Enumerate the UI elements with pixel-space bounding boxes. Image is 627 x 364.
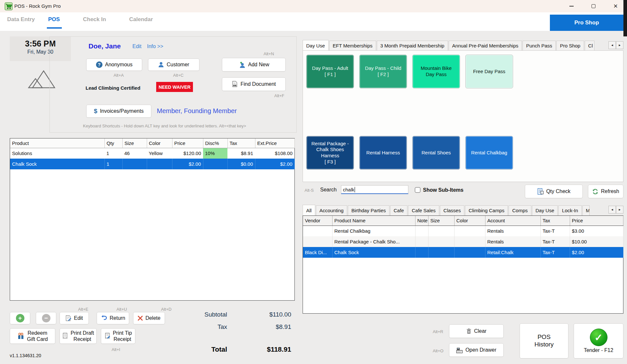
nav-tab-calendar[interactable]: Calendar: [129, 16, 153, 23]
tab-pro-shop[interactable]: Pro Shop: [556, 41, 584, 51]
edit-item-label: Edit: [74, 315, 83, 321]
cart-col-price[interactable]: Price: [172, 138, 203, 148]
category-page-tabs: Day Use EFT Memberships 3 Month Prepaid …: [303, 40, 608, 51]
filter-tab-clipped[interactable]: M: [582, 205, 590, 215]
results-col-size[interactable]: Size: [428, 216, 454, 226]
filter-tab-lock-in[interactable]: Lock-In: [558, 205, 581, 215]
tab-clipped[interactable]: Cl: [585, 41, 594, 51]
filter-tab-day-use[interactable]: Day Use: [532, 205, 558, 215]
quick-button-mountain-bike-day-pass[interactable]: Mountain BikeDay Pass: [412, 55, 460, 88]
edit-item-button[interactable]: Edit: [60, 312, 89, 324]
cart-row-chalk-sock[interactable]: Chalk Sock 1 $2.00 $0.00 $2.00: [10, 159, 294, 169]
subtotal-value: $110.00: [247, 311, 291, 318]
quick-button-day-pass-child[interactable]: Day Pass - Child[ F2 ]: [359, 55, 407, 88]
pos-history-label: POS History: [534, 333, 553, 348]
customer-button[interactable]: Customer: [148, 58, 199, 71]
maximize-button[interactable]: [586, 0, 601, 12]
decrease-qty-button[interactable]: −: [36, 312, 56, 324]
quick-button-rental-package[interactable]: Rental Package -Chalk Shoes Harness[ F3 …: [306, 136, 354, 170]
find-document-button[interactable]: Find Document: [222, 77, 286, 91]
results-col-product-name[interactable]: Product Name: [332, 216, 415, 226]
result-row-rental-package[interactable]: Rental Package - Chalk Sho... Rentals Ta…: [303, 236, 623, 247]
quick-button-free-day-pass[interactable]: Free Day Pass: [465, 55, 513, 88]
filter-tab-climbing-camps[interactable]: Climbing Camps: [465, 205, 508, 215]
tab-annual-prepaid[interactable]: Annual Pre-Paid Memberships: [449, 41, 522, 51]
person-icon: [158, 62, 164, 68]
tender-label: Tender - F12: [584, 347, 613, 353]
customer-info-link[interactable]: Info >>: [147, 44, 163, 49]
result-row-chalk-sock[interactable]: Black Di... Chalk Sock Retail:Chalk Tax-…: [303, 247, 623, 258]
close-button[interactable]: ×: [608, 0, 623, 12]
filter-tab-cafe[interactable]: Cafe: [390, 205, 408, 215]
tender-button[interactable]: ✓ Tender - F12: [574, 323, 623, 358]
results-col-tax[interactable]: Tax: [540, 216, 570, 226]
refresh-button[interactable]: Refresh: [588, 185, 623, 198]
nav-tab-check-in[interactable]: Check In: [83, 16, 106, 23]
redeem-gift-card-button[interactable]: Redeem Gift Card: [10, 328, 55, 344]
cart-col-qty[interactable]: Qty: [104, 138, 122, 148]
cart-col-tax[interactable]: Tax: [227, 138, 255, 148]
print-tip-receipt-button[interactable]: Print Tip Receipt: [101, 328, 135, 344]
cart-col-product[interactable]: Product: [10, 138, 104, 148]
result-row-rental-chalkbag[interactable]: Rental Chalkbag Rentals Tax-T $3.00: [303, 226, 623, 236]
cart-col-extprice[interactable]: Ext.Price: [255, 138, 294, 148]
version-label: v1.1.134631.20: [10, 353, 41, 358]
filter-tab-comps[interactable]: Comps: [509, 205, 531, 215]
results-col-vendor[interactable]: Vendor: [303, 216, 332, 226]
tabs-scroll-left-button[interactable]: ◄: [608, 41, 616, 49]
filter-tab-classes[interactable]: Classes: [440, 205, 464, 215]
qty-check-label: Qty Check: [546, 188, 571, 194]
total-label: Total: [182, 345, 227, 353]
filter-scroll-left-button[interactable]: ◄: [608, 206, 616, 214]
clear-button[interactable]: Clear: [449, 324, 504, 338]
results-col-price[interactable]: Price: [570, 216, 623, 226]
tab-punch-pass[interactable]: Punch Pass: [523, 41, 556, 51]
results-col-color[interactable]: Color: [454, 216, 485, 226]
filter-tab-accounting[interactable]: Accounting: [316, 205, 347, 215]
results-col-account[interactable]: Account: [485, 216, 540, 226]
cell-tax: $0.00: [227, 159, 255, 169]
tab-eft-memberships[interactable]: EFT Memberships: [329, 41, 376, 51]
minus-icon: −: [42, 314, 50, 322]
quick-button-rental-chalkbag[interactable]: Rental Chalkbag: [465, 136, 513, 170]
return-item-button[interactable]: Return: [97, 312, 129, 324]
search-input-value: chalk: [343, 187, 354, 192]
nav-tab-data-entry[interactable]: Data Entry: [7, 16, 35, 23]
cart-col-color[interactable]: Color: [147, 138, 172, 148]
pro-shop-button[interactable]: Pro Shop: [550, 15, 623, 31]
invoices-payments-button[interactable]: $ Invoices/Payments: [86, 105, 151, 118]
cart-row-solutions[interactable]: Solutions 1 46 Yellow $120.00 10% $8.91 …: [10, 148, 294, 159]
filter-tab-cafe-sales[interactable]: Cafe Sales: [408, 205, 439, 215]
print-draft-receipt-button[interactable]: Print Draft Receipt: [60, 328, 97, 344]
customer-edit-link[interactable]: Edit: [132, 44, 142, 49]
quick-button-day-pass-adult[interactable]: Day Pass - Adult[ F1 ]: [306, 55, 354, 88]
filter-scroll-right-button[interactable]: ►: [616, 206, 623, 214]
results-col-note[interactable]: Note: [415, 216, 428, 226]
certification-label: Lead Climbing Certified: [86, 85, 140, 91]
anonymous-button[interactable]: ? Anonymous: [86, 58, 142, 71]
tabs-scroll-right-button[interactable]: ►: [616, 41, 623, 49]
cell-price: $2.00: [172, 159, 203, 169]
product-search-input[interactable]: chalk: [341, 185, 408, 194]
quick-button-rental-harness[interactable]: Rental Harness: [359, 136, 407, 170]
filter-tab-all[interactable]: All: [303, 205, 315, 215]
minimize-button[interactable]: [564, 0, 579, 12]
add-new-button[interactable]: Add New: [222, 58, 286, 72]
filter-tab-birthday-parties[interactable]: Birthday Parties: [348, 205, 389, 215]
anonymous-label: Anonymous: [105, 62, 133, 68]
quick-button-rental-shoes[interactable]: Rental Shoes: [412, 136, 460, 170]
tab-3-month-prepaid[interactable]: 3 Month Prepaid Membership: [377, 41, 448, 51]
delete-item-button[interactable]: Delete: [133, 312, 165, 324]
subtotal-label: Subtotal: [182, 311, 227, 318]
tab-day-use[interactable]: Day Use: [303, 40, 329, 51]
open-drawer-button[interactable]: Open Drawer: [449, 343, 504, 357]
add-new-label: Add New: [248, 62, 269, 68]
cart-col-size[interactable]: Size: [122, 138, 147, 148]
add-person-icon: [239, 62, 246, 68]
pos-history-button[interactable]: POS History: [520, 323, 568, 358]
cart-col-disc[interactable]: Disc%: [203, 138, 227, 148]
show-subitems-checkbox[interactable]: [415, 187, 420, 193]
nav-tab-pos[interactable]: POS: [48, 16, 60, 23]
qty-check-button[interactable]: Qty Check: [525, 185, 583, 198]
increase-qty-button[interactable]: +: [10, 312, 30, 324]
